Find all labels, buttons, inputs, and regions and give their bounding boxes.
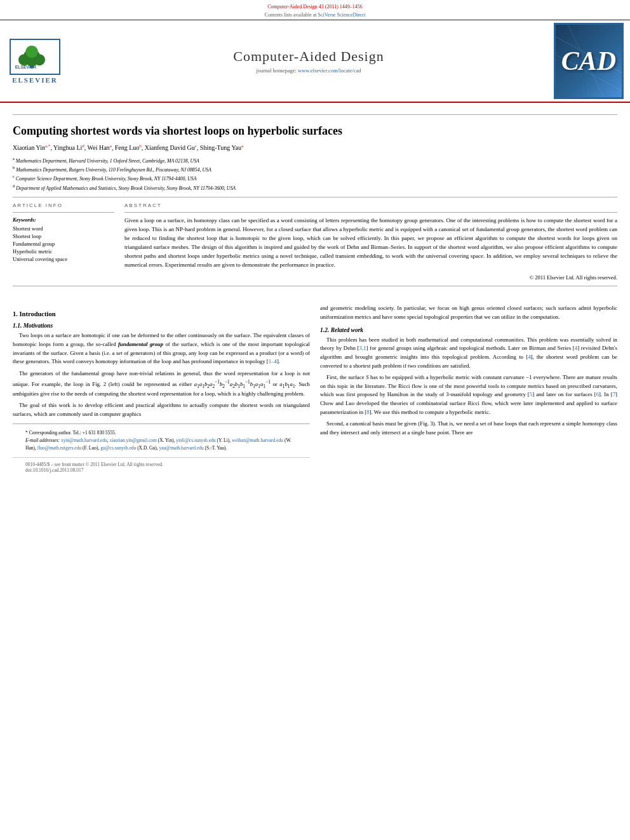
elsevier-logo-box: ELSEVIER — [10, 39, 60, 75]
abstract-box: Given a loop on a surface, its homotopy … — [124, 212, 617, 281]
subsection11-heading: 1.1. Motivations — [13, 323, 310, 329]
footnote-corresponding: * Corresponding author. Tel.: +1 631 830… — [13, 429, 310, 452]
article-title: Computing shortest words via shortest lo… — [13, 124, 617, 138]
keyword-shortest-word: Shortest word — [13, 225, 114, 232]
article-body: Computing shortest words via shortest lo… — [0, 103, 630, 298]
journal-homepage: journal homepage: www.elsevier.com/locat… — [64, 67, 554, 74]
copyright-notice: © 2011 Elsevier Ltd. All rights reserved… — [124, 274, 617, 281]
abstract-column: ABSTRACT Given a loop on a surface, its … — [124, 203, 617, 281]
footnote-email: E-mail addresses: xyin@math.harvard.edu,… — [25, 437, 297, 452]
main-right-column: and geometric modeling society. In parti… — [320, 304, 617, 477]
contents-available-text: Contents lists available at — [265, 12, 317, 18]
article-info-abstract: ARTICLE INFO Keywords: Shortest word Sho… — [13, 203, 617, 281]
main-content: 1. Introduction 1.1. Motivations Two loo… — [0, 304, 630, 477]
email-yau[interactable]: yau@math.harvard.edu — [159, 445, 204, 451]
sciverse-link[interactable]: SciVerse ScienceDirect — [318, 12, 366, 18]
issn-line: 0010-4485/$ – see front matter © 2011 El… — [25, 462, 297, 467]
article-info-column: ARTICLE INFO Keywords: Shortest word Sho… — [13, 203, 114, 281]
journal-title-block: Computer-Aided Design journal homepage: … — [64, 48, 554, 74]
cad-logo-text: CAD — [561, 46, 616, 76]
journal-issue-info: Computer-Aided Design 43 (2011) 1449–145… — [0, 3, 630, 11]
doi-line: doi:10.1016/j.cad.2011.08.017 — [25, 467, 297, 473]
footnote-tel: * Corresponding author. Tel.: +1 631 830… — [25, 429, 297, 437]
para-related3: Second, a canonical basis must be given … — [320, 420, 617, 437]
article-info-box: Keywords: Shortest word Shortest loop Fu… — [13, 212, 114, 262]
title-divider — [13, 114, 617, 115]
email-yinli[interactable]: yinli@cs.sunysb.edu — [176, 437, 215, 443]
affiliations: a Mathematics Department, Harvard Univer… — [13, 156, 617, 192]
email-fluo[interactable]: fluo@math.rutgers.edu — [37, 445, 81, 451]
svg-text:ELSEVIER: ELSEVIER — [15, 65, 37, 69]
cad-logo: CAD — [554, 23, 624, 99]
email-weihan[interactable]: weihan@math.harvard.edu — [232, 437, 283, 443]
para-related1: This problem has been studied in both ma… — [320, 336, 617, 371]
subsection12-heading: 1.2. Related work — [320, 327, 617, 333]
footer-copyright: 0010-4485/$ – see front matter © 2011 El… — [13, 457, 310, 477]
email-xyin[interactable]: xyin@math.harvard.edu — [61, 437, 107, 443]
para-related2: First, the surface S has to be equipped … — [320, 373, 617, 417]
para-generators: The generators of the fundamental group … — [13, 370, 310, 398]
sciverse-strip: Contents lists available at SciVerse Sci… — [0, 11, 630, 20]
authors: Xiaotian Yina,*, Yinghua Lid, Wei Hana, … — [13, 143, 617, 151]
page-header: Computer-Aided Design 43 (2011) 1449–145… — [0, 0, 630, 103]
journal-homepage-label: journal homepage: — [256, 67, 297, 74]
abstract-text: Given a loop on a surface, its homotopy … — [124, 217, 617, 270]
keyword-fundamental-group: Fundamental group — [13, 241, 114, 247]
body-divider — [13, 286, 617, 286]
elsevier-logo: ELSEVIER ELSEVIER — [6, 39, 64, 84]
keyword-universal-covering: Universal covering space — [13, 256, 114, 262]
article-info-label: ARTICLE INFO — [13, 203, 114, 208]
affiliations-divider — [13, 197, 617, 197]
footnote-divider — [13, 423, 310, 424]
keyword-hyperbolic-metric: Hyperbolic metric — [13, 248, 114, 255]
journal-title: Computer-Aided Design — [64, 48, 554, 65]
main-left-column: 1. Introduction 1.1. Motivations Two loo… — [13, 304, 310, 477]
abstract-label: ABSTRACT — [124, 203, 617, 208]
para-continuation: and geometric modeling society. In parti… — [320, 304, 617, 321]
elsevier-tree-icon: ELSEVIER — [13, 42, 51, 70]
para-goal: The goal of this work is to develop effi… — [13, 401, 310, 418]
section1-heading: 1. Introduction — [13, 310, 310, 317]
svg-point-4 — [25, 45, 38, 58]
elsevier-text: ELSEVIER — [12, 76, 58, 84]
email-gu[interactable]: gu@cs.sunysb.edu — [100, 445, 136, 451]
keywords-label: Keywords: — [13, 217, 114, 223]
header-main: ELSEVIER ELSEVIER Computer-Aided Design … — [0, 20, 630, 102]
email-xiaotian[interactable]: xiaotian.yin@gmail.com — [109, 437, 156, 443]
keyword-shortest-loop: Shortest loop — [13, 233, 114, 239]
para-homotopic: Two loops on a surface are homotopic if … — [13, 331, 310, 366]
journal-homepage-link[interactable]: www.elsevier.com/locate/cad — [298, 67, 361, 74]
